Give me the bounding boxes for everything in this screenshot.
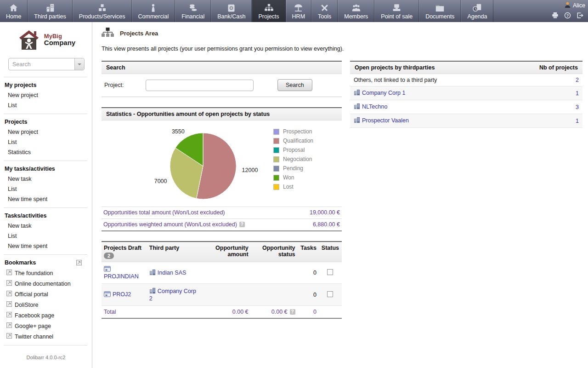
- search-button[interactable]: Search: [277, 79, 312, 91]
- project-search-input[interactable]: [146, 80, 254, 91]
- row-select-checkbox[interactable]: [327, 291, 333, 297]
- third-party-link[interactable]: Prospector Vaalen: [362, 117, 409, 124]
- legend-negociation: Negociation: [273, 155, 313, 164]
- search-section: Search Project: Search: [102, 61, 342, 97]
- divider: [4, 161, 87, 161]
- bookmark-official-portal[interactable]: Official portal: [0, 289, 92, 299]
- opportunities-total-row: Opportunities weighted amount (Won/Lost …: [102, 218, 342, 230]
- divider: [4, 207, 87, 208]
- bookmark-dolistore[interactable]: DoliStore: [0, 299, 92, 310]
- divider: [4, 77, 87, 77]
- nav-tab-agenda[interactable]: Agenda: [461, 0, 493, 22]
- help-icon[interactable]: ?: [290, 309, 295, 315]
- bookmark-icon: [6, 280, 12, 287]
- legend-swatch: [273, 175, 279, 181]
- menu-item-new-task[interactable]: New task: [0, 221, 92, 231]
- logo-text-line2: Company: [44, 39, 75, 46]
- nav-tab-products-services[interactable]: Products/Services: [73, 0, 132, 22]
- legend-label: Negociation: [283, 156, 312, 162]
- help-icon[interactable]: ?: [564, 12, 571, 21]
- bookmark-google-page[interactable]: Google+ page: [0, 321, 92, 331]
- project-link[interactable]: PROJ2: [113, 291, 131, 298]
- bookmark-twitter-channel[interactable]: Twitter channel: [0, 331, 92, 342]
- nav-actions: ?: [552, 12, 583, 21]
- nav-tab-members[interactable]: Members: [338, 0, 374, 22]
- bookmark-online-documentation[interactable]: Online documentation: [0, 278, 92, 289]
- nav-tab-label: Commercial: [138, 13, 169, 20]
- menu-item-statistics[interactable]: Statistics: [0, 147, 92, 157]
- app-version: Dolibarr 4.0.0-rc2: [0, 355, 92, 360]
- nav-tab-label: Projects: [258, 13, 279, 20]
- legend-swatch: [273, 129, 279, 135]
- legend-swatch: [273, 138, 279, 144]
- open-projects-title: Open projects by thirdparties: [355, 64, 435, 71]
- nav-tab-financial[interactable]: Financial: [175, 0, 211, 22]
- pie-value-label: 3550: [172, 128, 185, 135]
- legend-proposal: Proposal: [273, 145, 313, 155]
- menu-item-new-task[interactable]: New task: [0, 174, 92, 184]
- total-row-value: 19,000.00 €: [310, 209, 340, 216]
- opportunities-total-row: Opportunities total amount (Won/Lost exc…: [102, 207, 342, 218]
- home-icon: [8, 2, 19, 13]
- commercial-icon: [148, 2, 158, 13]
- nav-tab-bank-cash[interactable]: Bank/Cash: [211, 0, 252, 22]
- nav-tab-tools[interactable]: Tools: [311, 0, 338, 22]
- company-logo: MyBig Company: [0, 29, 92, 51]
- nav-tab-projects[interactable]: Projects: [252, 0, 285, 22]
- help-icon[interactable]: ?: [239, 222, 245, 227]
- legend-label: Proposal: [283, 147, 305, 153]
- bookmark-label: Official portal: [15, 291, 48, 298]
- legend-label: Won: [283, 174, 294, 181]
- legend-label: Qualification: [283, 138, 313, 144]
- menu-item-new-time-spent[interactable]: New time spent: [0, 194, 92, 204]
- nav-tab-home[interactable]: Home: [0, 0, 28, 22]
- logo-text-line1: MyBig: [44, 33, 75, 39]
- search-section-title: Search: [102, 61, 342, 74]
- menu-item-new-time-spent[interactable]: New time spent: [0, 241, 92, 251]
- draft-count-badge: 2: [104, 253, 114, 259]
- project-icon: [104, 266, 111, 273]
- bookmark-the-foundation[interactable]: The foundation: [0, 268, 92, 278]
- third-party-link[interactable]: NLTechno: [362, 104, 387, 110]
- user-menu[interactable]: Alice: [564, 1, 585, 10]
- total-row-label: Opportunities weighted amount (Won/Lost …: [103, 221, 245, 228]
- nb-projects-header: Nb of projects: [539, 64, 578, 71]
- menu-item-list[interactable]: List: [0, 231, 92, 241]
- menu-item-new-project[interactable]: New project: [0, 127, 92, 137]
- menu-item-new-project[interactable]: New project: [0, 90, 92, 100]
- bookmark-label: Twitter channel: [15, 334, 53, 340]
- bookmark-icon: [6, 291, 12, 298]
- menu-item-list[interactable]: List: [0, 137, 92, 147]
- nav-tab-label: Home: [6, 13, 21, 20]
- nav-tab-documents[interactable]: Documents: [419, 0, 461, 22]
- third-party-link[interactable]: Indian SAS: [158, 270, 187, 276]
- add-bookmark-icon[interactable]: [76, 259, 82, 267]
- left-sidebar: MyBig Company My projectsNew projectList…: [0, 22, 92, 368]
- sidebar-search-input[interactable]: [8, 58, 85, 70]
- tasks-count-cell: 0: [298, 262, 319, 284]
- third-party-link[interactable]: Company Corp 1: [362, 90, 406, 96]
- bookmark-label: The foundation: [15, 270, 53, 276]
- open-projects-row: Prospector Vaalen1: [350, 114, 582, 128]
- logout-icon[interactable]: [577, 12, 583, 21]
- nav-tab-point-of-sale[interactable]: Point of sale: [374, 0, 419, 22]
- nav-tab-label: Point of sale: [381, 13, 413, 20]
- building-icon: [149, 269, 156, 277]
- menu-item-list[interactable]: List: [0, 184, 92, 194]
- menu-item-list[interactable]: List: [0, 100, 92, 110]
- total-status: 0.00 €?: [251, 306, 298, 319]
- pos-icon: [391, 2, 402, 13]
- nav-tab-commercial[interactable]: Commercial: [132, 0, 175, 22]
- search-dropdown-button[interactable]: [74, 58, 84, 70]
- third-party-link[interactable]: Company Corp 2: [149, 288, 196, 302]
- nav-tab-third-parties[interactable]: Third parties: [28, 0, 72, 22]
- total-label: Total: [102, 306, 147, 319]
- statistics-section: Statistics - Opportunities amount of ope…: [102, 107, 342, 231]
- bookmark-facebook-page[interactable]: Facebook page: [0, 310, 92, 321]
- project-field-label: Project:: [104, 82, 146, 88]
- user-avatar-icon: [564, 1, 571, 10]
- nav-tab-hrm[interactable]: HRM: [286, 0, 311, 22]
- project-link[interactable]: PROJINDIAN: [104, 273, 139, 280]
- print-icon[interactable]: [552, 12, 559, 21]
- row-select-checkbox[interactable]: [327, 269, 333, 275]
